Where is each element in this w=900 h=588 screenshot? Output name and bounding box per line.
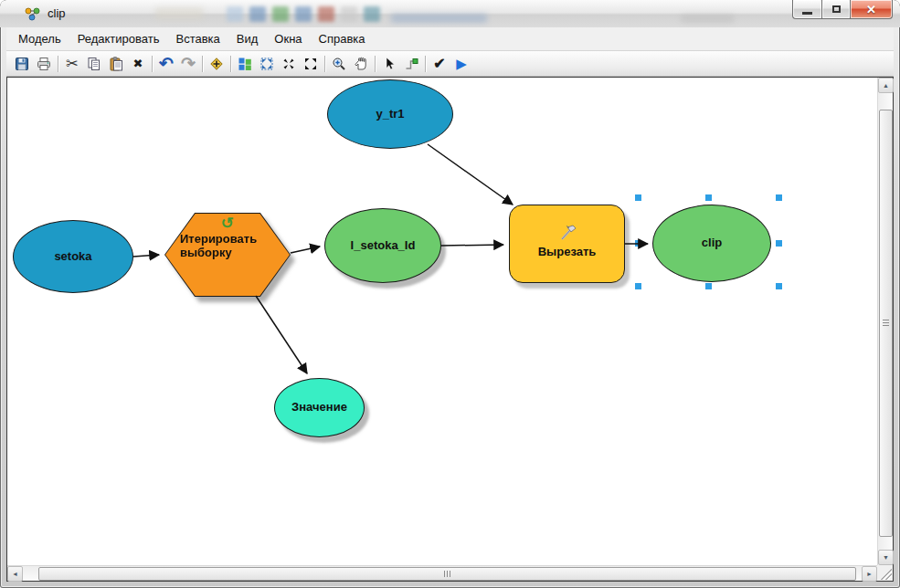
add-data-icon	[208, 56, 225, 72]
menu-help[interactable]: Справка	[311, 28, 374, 49]
connect-icon	[404, 57, 418, 71]
toolbar-separator	[58, 56, 58, 72]
edge-setoka-iterate[interactable]	[133, 255, 159, 257]
resize-grip[interactable]	[880, 568, 892, 580]
menu-insert[interactable]: Вставка	[167, 28, 228, 49]
edge-iterate-isetoka[interactable]	[291, 247, 320, 253]
titlebar-ghost	[391, 14, 487, 23]
node-iterate-selection[interactable]: ↺ Итерировать выборку	[164, 213, 291, 297]
zoom-in-button[interactable]	[328, 53, 350, 74]
modelbuilder-window: clip ✕ Модель Редактировать Вставка Вид …	[0, 0, 900, 588]
node-label: y_tr1	[376, 108, 404, 121]
edge-ytr1-cut[interactable]	[428, 144, 513, 205]
scroll-down-button[interactable]: ▼	[878, 550, 894, 565]
paste-icon	[109, 57, 123, 71]
modelbuilder-app-icon	[25, 6, 41, 21]
horizontal-scrollbar-thumb[interactable]	[38, 567, 856, 581]
node-label: Значение	[290, 401, 350, 415]
edge-iterate-value[interactable]	[256, 296, 307, 373]
restore-icon	[832, 5, 841, 13]
node-i-setoka-id[interactable]: I_setoka_Id	[324, 208, 441, 283]
run-button[interactable]: ▶	[450, 53, 472, 74]
close-button[interactable]: ✕	[851, 0, 893, 19]
selection-handle[interactable]	[776, 240, 782, 247]
redo-button[interactable]: ↷	[177, 53, 199, 74]
toolbar-separator	[152, 56, 153, 72]
select-icon	[382, 57, 397, 71]
minimize-button[interactable]	[792, 0, 821, 19]
pan-button[interactable]	[350, 53, 372, 74]
delete-button[interactable]: ✖	[127, 53, 149, 74]
auto-layout-button[interactable]	[234, 53, 256, 74]
add-data-button[interactable]	[206, 53, 228, 74]
node-setoka[interactable]: setoka	[13, 220, 133, 293]
titlebar-ghost	[155, 7, 203, 20]
toolbar-separator	[324, 56, 325, 72]
paste-button[interactable]	[105, 53, 127, 74]
selection-handle[interactable]	[776, 283, 782, 289]
node-label: I_setoka_Id	[351, 239, 416, 253]
titlebar[interactable]: clip ✕	[0, 0, 900, 27]
model-canvas[interactable]: y_tr1 setoka ↺ Итерировать выборку I_set…	[7, 78, 877, 565]
node-clip-output[interactable]: clip	[652, 205, 771, 282]
selection-handle[interactable]	[635, 240, 641, 247]
hammer-icon	[557, 224, 577, 242]
toolbar: ✂ ✖ ↶ ↷	[6, 51, 894, 77]
node-clip-tool[interactable]: Вырезать	[509, 205, 625, 283]
menu-model[interactable]: Модель	[10, 28, 69, 49]
scroll-right-button[interactable]: ►	[862, 566, 877, 582]
connector-layer	[7, 78, 877, 565]
full-extent-button[interactable]	[256, 53, 278, 74]
maximize-button[interactable]	[821, 0, 851, 19]
toolbar-separator	[375, 56, 376, 72]
copy-button[interactable]	[83, 53, 105, 74]
scroll-up-button[interactable]: ▲	[878, 78, 894, 93]
node-y-tr1[interactable]: y_tr1	[327, 79, 453, 149]
print-icon	[37, 57, 51, 71]
undo-button[interactable]: ↶	[155, 53, 177, 74]
print-button[interactable]	[33, 53, 55, 74]
toolbar-separator	[202, 56, 203, 72]
horizontal-scrollbar[interactable]: ◄ ►	[7, 565, 877, 581]
selection-handle[interactable]	[635, 194, 641, 201]
validate-button[interactable]: ✔	[429, 53, 450, 74]
select-button[interactable]	[378, 53, 400, 74]
thumb-grip	[444, 571, 451, 577]
run-icon: ▶	[456, 57, 467, 70]
hexagon-content: ↺ Итерировать выборку	[164, 213, 291, 297]
zoom-in-icon	[332, 57, 346, 71]
pan-icon	[354, 57, 368, 71]
minimize-icon	[802, 12, 812, 15]
window-title: clip	[48, 6, 66, 20]
node-label: setoka	[54, 250, 91, 264]
selection-handle[interactable]	[705, 283, 712, 289]
save-icon	[15, 57, 29, 71]
menu-windows[interactable]: Окна	[266, 28, 310, 49]
node-label: Вырезать	[538, 246, 597, 259]
cut-icon: ✂	[66, 57, 78, 71]
redo-icon: ↷	[181, 55, 196, 72]
selection-handle[interactable]	[776, 194, 782, 201]
vertical-scrollbar[interactable]: ▲ ▼	[877, 78, 893, 565]
scroll-left-button[interactable]: ◄	[7, 566, 23, 582]
selection-handle[interactable]	[705, 194, 712, 201]
cut-button[interactable]: ✂	[61, 53, 83, 74]
connect-button[interactable]	[400, 53, 422, 74]
thumb-grip	[883, 320, 889, 327]
fixed-zoom-in-icon	[281, 57, 296, 71]
toolbar-separator	[425, 56, 426, 72]
fixed-zoom-out-button[interactable]	[300, 53, 322, 74]
vertical-scrollbar-thumb[interactable]	[879, 110, 893, 537]
menu-edit[interactable]: Редактировать	[69, 28, 168, 49]
save-button[interactable]	[11, 53, 33, 74]
copy-icon	[87, 57, 101, 71]
fixed-zoom-in-button[interactable]	[278, 53, 300, 74]
node-label: clip	[702, 236, 722, 250]
window-controls: ✕	[792, 0, 893, 19]
node-value[interactable]: Значение	[274, 378, 365, 437]
edge-isetoka-cut[interactable]	[441, 245, 503, 246]
menubar: Модель Редактировать Вставка Вид Окна Сп…	[6, 27, 894, 51]
toolbar-separator	[230, 56, 231, 72]
selection-handle[interactable]	[635, 283, 641, 289]
menu-view[interactable]: Вид	[228, 28, 267, 49]
